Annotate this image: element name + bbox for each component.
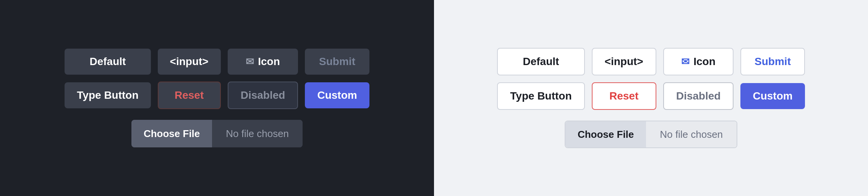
light-panel: Default <input> ✉ Icon Submit Type Butto… <box>434 0 868 196</box>
light-input-button[interactable]: <input> <box>592 48 656 75</box>
dark-icon-label: Icon <box>258 56 280 68</box>
light-no-file-label: No file chosen <box>646 121 737 147</box>
light-default-button[interactable]: Default <box>497 48 585 75</box>
light-input-label: <input> <box>605 56 643 68</box>
light-custom-button[interactable]: Custom <box>740 83 805 109</box>
light-choose-file-button[interactable]: Choose File <box>565 121 646 147</box>
light-custom-label: Custom <box>753 90 792 102</box>
dark-disabled-label: Disabled <box>241 89 285 101</box>
light-submit-button[interactable]: Submit <box>740 48 805 75</box>
dark-type-button-label: Type Button <box>77 89 138 101</box>
light-file-input[interactable]: Choose File No file chosen <box>565 121 737 148</box>
dark-custom-label: Custom <box>317 89 357 101</box>
dark-input-button[interactable]: <input> <box>158 49 221 75</box>
light-choose-file-label: Choose File <box>578 129 634 140</box>
mail-icon: ✉ <box>246 56 254 68</box>
dark-type-button[interactable]: Type Button <box>65 82 151 108</box>
dark-input-label: <input> <box>170 56 209 68</box>
dark-choose-file-label: Choose File <box>144 128 200 140</box>
dark-disabled-button[interactable]: Disabled <box>228 82 298 109</box>
light-default-label: Default <box>523 56 559 68</box>
dark-submit-button[interactable]: Submit <box>305 49 369 75</box>
dark-reset-button[interactable]: Reset <box>158 82 221 109</box>
dark-reset-label: Reset <box>175 89 204 101</box>
light-reset-label: Reset <box>609 90 638 102</box>
dark-icon-button[interactable]: ✉ Icon <box>228 49 298 75</box>
dark-submit-label: Submit <box>319 56 355 68</box>
dark-default-button[interactable]: Default <box>65 49 151 75</box>
light-button-grid: Default <input> ✉ Icon Submit Type Butto… <box>497 48 805 110</box>
light-submit-label: Submit <box>755 56 791 68</box>
mail-icon-light: ✉ <box>681 56 690 68</box>
dark-custom-button[interactable]: Custom <box>305 82 369 108</box>
dark-choose-file-button[interactable]: Choose File <box>131 120 212 147</box>
dark-button-grid: Default <input> ✉ Icon Submit Type Butto… <box>65 49 369 109</box>
light-icon-label: Icon <box>693 56 716 68</box>
dark-default-label: Default <box>90 56 126 68</box>
dark-no-file-label: No file chosen <box>212 120 303 147</box>
light-type-button-label: Type Button <box>510 90 572 102</box>
dark-file-input[interactable]: Choose File No file chosen <box>131 120 303 147</box>
light-disabled-label: Disabled <box>676 90 721 102</box>
light-disabled-button[interactable]: Disabled <box>663 82 734 110</box>
light-type-button[interactable]: Type Button <box>497 82 585 110</box>
light-icon-button[interactable]: ✉ Icon <box>663 48 734 75</box>
light-reset-button[interactable]: Reset <box>592 82 656 110</box>
dark-panel: Default <input> ✉ Icon Submit Type Butto… <box>0 0 434 196</box>
